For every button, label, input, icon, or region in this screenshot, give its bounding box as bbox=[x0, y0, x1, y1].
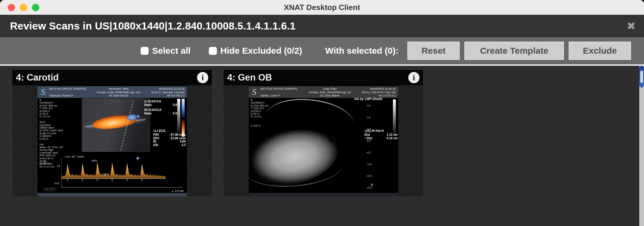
scan-card-gen-ob: 4: Gen OB i S SEATTLE GRACE HOSPITAL Dan… bbox=[224, 70, 423, 196]
vessel-lumen bbox=[84, 117, 146, 129]
ruler-tick: 12.0 bbox=[366, 174, 372, 177]
scan-card-carotid: 4: Carotid i S SEATTLE GRACE HOSPITAL Ta… bbox=[12, 70, 212, 196]
with-selected-label: With selected (0): bbox=[325, 46, 399, 56]
ruler-tick: 8.0 bbox=[366, 151, 372, 154]
meas-key: ×Dist bbox=[365, 137, 373, 140]
toolbar: Select all Hide Excluded (0/2) With sele… bbox=[0, 37, 644, 66]
color-doppler-flow bbox=[92, 113, 137, 131]
select-all-checkbox[interactable] bbox=[141, 47, 149, 55]
patient-info: Female, DoB: 27/09/1948 Age: 67y bbox=[95, 91, 143, 94]
modal-header: Review Scans in US|1080x1440|1.2.840.100… bbox=[0, 15, 644, 37]
edv-marker: EDV bbox=[104, 173, 109, 176]
operator-name: Danke, Loren P bbox=[261, 94, 306, 97]
patient-name: Cady, Ellyn bbox=[306, 87, 354, 91]
select-all-label: Select all bbox=[152, 46, 191, 56]
probe-preset: SC6-1 / OB-GYN / Gen OB bbox=[354, 91, 396, 94]
anechoic-structure bbox=[328, 135, 337, 143]
meas-value: 3.2 bbox=[182, 143, 186, 147]
scan-list: 4: Carotid i S SEATTLE GRACE HOSPITAL Ta… bbox=[0, 66, 644, 226]
close-icon[interactable]: ✖ bbox=[627, 21, 636, 32]
scan-datetime: 05/04/2016 15:45:15 bbox=[354, 87, 396, 91]
traffic-lights bbox=[8, 4, 39, 11]
measurement-title: +[A] Rt Kid H bbox=[365, 129, 398, 132]
gestational-age-label: GA by LMP 22w2d bbox=[354, 97, 383, 101]
scan-card-header: 4: Carotid i bbox=[12, 70, 212, 85]
meas-key: S/D bbox=[153, 143, 158, 147]
ruler-tick: 2.0 bbox=[366, 116, 372, 119]
meas-value: -21.06 cm/s bbox=[170, 137, 186, 140]
patient-id: ID: DDS-49848 bbox=[306, 94, 354, 97]
mi-ti-values: MI 1.0 TIc 0.1 bbox=[354, 94, 396, 97]
caliper-x-icon: × bbox=[365, 137, 366, 140]
reset-button[interactable]: Reset bbox=[407, 42, 460, 60]
meas-key: PSV bbox=[153, 133, 159, 137]
exclude-button[interactable]: Exclude bbox=[569, 42, 631, 60]
xnat-window: XNAT Desktop Client Review Scans in US|1… bbox=[0, 0, 644, 226]
meas-value: 0.14 cm bbox=[387, 137, 398, 140]
measurement-title: +Lt ECA bbox=[153, 129, 186, 132]
scan-title: 4: Gen OB bbox=[227, 72, 272, 83]
scrollbar-thumb[interactable] bbox=[639, 66, 644, 88]
with-selected-group: With selected (0): bbox=[325, 46, 399, 56]
ruler-tick: 0.0 bbox=[366, 104, 372, 107]
zoom-factor-label: Z 125 % bbox=[251, 124, 261, 127]
ratio-label: Rt ICA/CCA bbox=[144, 108, 179, 112]
meas-key: Dist bbox=[365, 133, 370, 137]
measurement-block: +[A] Rt Kid H Dist1.12 cm ×Dist0.14 cm bbox=[365, 129, 398, 140]
create-template-button[interactable]: Create Template bbox=[464, 42, 564, 60]
ultrasound-thumbnail-carotid[interactable]: S SEATTLE GRACE HOSPITAL Taetinger, Robe… bbox=[38, 85, 187, 196]
meas-key: RI bbox=[153, 140, 156, 143]
ratio-label: Lt ICA/CCA bbox=[144, 99, 179, 103]
ratio-key: Ratio bbox=[144, 103, 152, 107]
spectral-doppler-strip: Corr -60 ° Invert ✚ -50 cm/s bbox=[54, 155, 184, 192]
meas-key: EDV bbox=[153, 137, 160, 140]
scan-card-body: S SEATTLE GRACE HOSPITAL Taetinger, Robe… bbox=[12, 85, 212, 196]
ica-cca-ratios: Lt ICA/CCA Ratio 0.93 Rt ICA/CCA Ratio 0… bbox=[144, 99, 179, 117]
meas-value: 0.69 bbox=[180, 140, 186, 143]
hide-excluded-checkbox[interactable] bbox=[209, 47, 217, 55]
bmode-tissue-area bbox=[82, 98, 150, 152]
ruler-tick: 10.0 bbox=[366, 163, 372, 166]
select-all-group: Select all bbox=[141, 46, 191, 56]
velocity-scale-tick: -50 bbox=[56, 165, 60, 168]
ultrasound-thumbnail-gen-ob[interactable]: S SEATTLE GRACE HOSPITAL Danke, Loren P … bbox=[249, 85, 398, 196]
titlebar: XNAT Desktop Client bbox=[0, 0, 644, 15]
modal-title: Review Scans in US|1080x1440|1.2.840.100… bbox=[10, 20, 296, 32]
dicom-header-strip: S SEATTLE GRACE HOSPITAL Danke, Loren P … bbox=[249, 86, 398, 98]
minimize-window-button[interactable] bbox=[20, 4, 27, 11]
hide-excluded-group: Hide Excluded (0/2) bbox=[209, 46, 302, 56]
probe-preset: SL10-2 / Vascular / Carotid bbox=[142, 91, 184, 94]
sweep-time-label: ▲3.0 sec bbox=[171, 189, 184, 192]
scan-card-body: S SEATTLE GRACE HOSPITAL Danke, Loren P … bbox=[224, 85, 423, 196]
pw-gate-line bbox=[121, 101, 134, 150]
velocity-axis-unit: cm/s bbox=[54, 182, 60, 185]
operator-name: Taetinger, Robert P bbox=[49, 94, 95, 97]
corr-invert-label: Corr -60 ° Invert bbox=[65, 155, 84, 158]
scan-datetime: 05/04/2016 14:15:30 bbox=[142, 87, 184, 91]
image-footer-strip bbox=[249, 193, 398, 196]
time-axis-ticks bbox=[61, 187, 182, 188]
ratio-key: Ratio bbox=[144, 112, 152, 115]
hr-label: HR 7777 bbox=[44, 188, 56, 191]
patient-info: Female, DoB: 29/12/2009 Age: 6y bbox=[306, 91, 354, 94]
scan-card-header: 4: Gen OB i bbox=[224, 70, 423, 85]
zoom-window-button[interactable] bbox=[32, 4, 39, 11]
color-doppler-blue-patch bbox=[126, 114, 138, 122]
mi-ti-values: MI 0.9 TIb 2.3 bbox=[142, 94, 184, 97]
vertical-scrollbar[interactable] bbox=[639, 66, 644, 226]
depth-ruler: 0.0 2.0 4.0 6.0 8.0 10.0 12.0 14.0 bbox=[366, 104, 372, 189]
doppler-waveform bbox=[61, 159, 166, 184]
toolbar-buttons: Reset Create Template Exclude bbox=[407, 42, 631, 60]
info-icon[interactable]: i bbox=[408, 72, 419, 83]
close-window-button[interactable] bbox=[8, 4, 15, 11]
window-title: XNAT Desktop Client bbox=[284, 3, 360, 12]
scan-title: 4: Carotid bbox=[16, 72, 59, 83]
info-icon[interactable]: i bbox=[197, 72, 208, 83]
probe-marker-icon: ✚ bbox=[137, 114, 140, 119]
hospital-name: SEATTLE GRACE HOSPITAL bbox=[261, 87, 306, 91]
hide-excluded-label: Hide Excluded (0/2) bbox=[220, 46, 302, 56]
psv-marker: PSV bbox=[92, 159, 97, 162]
hospital-name: SEATTLE GRACE HOSPITAL bbox=[49, 87, 95, 91]
vendor-logo-icon: S bbox=[252, 87, 257, 96]
time-marker-icon: ▲ bbox=[171, 189, 174, 192]
